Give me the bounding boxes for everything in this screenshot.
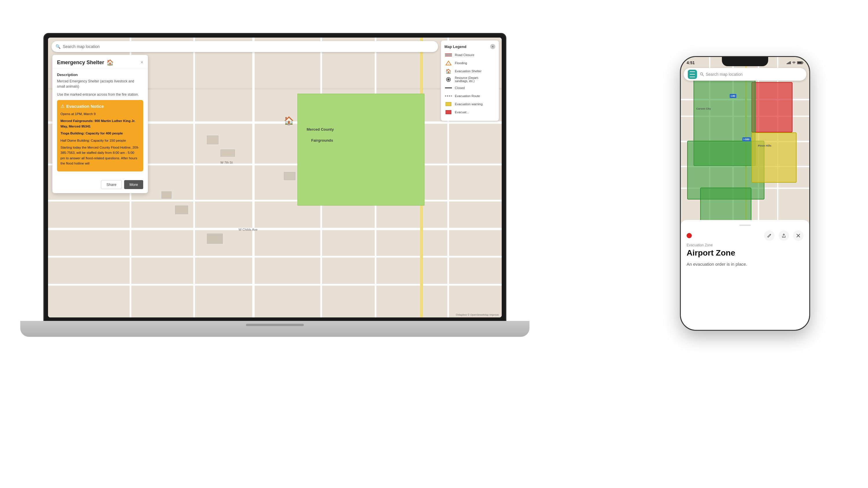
svg-point-6 [447, 78, 450, 80]
laptop-body: Merced County Fairgrounds W Childs Ave W… [43, 33, 506, 322]
search-icon: 🔍 [56, 44, 60, 49]
hamburger-icon [690, 76, 695, 77]
popup-shelter-icon: 🏠 [106, 59, 114, 66]
panel-category: Evacuation Zone [687, 243, 804, 247]
legend-item-shelter: 🏠 Evacuation Shelter [444, 68, 495, 74]
green-zone3 [700, 188, 752, 221]
popup-body: Description Merced Emergency Shelter (ac… [52, 69, 148, 177]
hamburger-icon [690, 74, 695, 74]
legend-item-evac-route: Evacuation Route [444, 93, 495, 99]
menu-button[interactable] [688, 70, 697, 79]
legend-item-evac-warning: Evacuation warning [444, 101, 495, 107]
evac-order-icon [444, 109, 453, 115]
phone-bottom-panel: Evacuation Zone Airport Zone An evacuati… [681, 220, 809, 330]
legend-title: Map Legend × [444, 44, 495, 49]
legend-item-closed: Closed [444, 85, 495, 91]
evac-route-icon [444, 93, 453, 99]
panel-top-row [687, 230, 804, 241]
map-search-bar[interactable]: 🔍 Search map location [52, 41, 438, 52]
svg-line-18 [703, 75, 704, 76]
road-closure-icon [444, 52, 453, 58]
share-button[interactable]: Share [101, 180, 122, 189]
legend-panel: Map Legend × Road Closure [441, 40, 499, 121]
map-label-childs: W Childs Ave [239, 228, 257, 231]
popup-description2: Use the marked entrance across from the … [57, 92, 143, 97]
highway-marker-1: I-80 [730, 94, 737, 98]
laptop-base [20, 321, 529, 337]
phone-body: 4:51 [680, 56, 810, 331]
popup-actions: Share More [52, 177, 148, 193]
edit-button[interactable] [764, 230, 775, 241]
share-icon [781, 233, 786, 238]
svg-rect-15 [803, 62, 804, 63]
map-label-7th: W 7th St [220, 161, 232, 164]
legend-item-resource: Resource (Depart-sandbags, etc.) [444, 76, 495, 83]
more-button[interactable]: More [124, 180, 143, 189]
legend-item-flooding: ! Flooding [444, 60, 495, 66]
notice-header: ⚠ Evacuation Notice [60, 103, 140, 109]
phone-map-label-pinon: Pinon Hills [758, 144, 771, 147]
map-attribution: ©Mapbox © OpenStreetMap Improve [456, 314, 499, 316]
laptop-screen: Merced County Fairgrounds W Childs Ave W… [48, 38, 502, 318]
svg-point-17 [701, 73, 703, 75]
highway-marker-2: I-580 [742, 137, 751, 141]
phone-status-icons [787, 61, 804, 64]
phone: 4:51 [680, 56, 810, 331]
evacuation-notice-box: ⚠ Evacuation Notice Opens at 1PM, March … [57, 100, 143, 171]
zone-dot-red [687, 233, 692, 238]
legend-item-road-closure: Road Closure [444, 52, 495, 58]
svg-rect-13 [790, 61, 791, 64]
notice-title: Evacuation Notice [66, 104, 104, 109]
close-button-phone[interactable] [793, 230, 804, 241]
scene: Merced County Fairgrounds W Childs Ave W… [29, 27, 839, 461]
phone-search-bar[interactable]: Search map location [684, 68, 806, 80]
battery-icon [797, 61, 804, 64]
panel-actions [764, 230, 804, 241]
panel-zone-description: An evacuation order is in place. [687, 261, 804, 268]
legend-item-evac-order: Evacuat... [444, 109, 495, 115]
svg-rect-10 [787, 63, 788, 64]
closed-icon [444, 85, 453, 91]
svg-rect-12 [789, 62, 790, 64]
phone-notch [722, 57, 768, 66]
shelter-marker: 🏠 [284, 116, 294, 126]
map-label-fairgrounds: Merced County [307, 127, 334, 132]
popup-title: Emergency Shelter 🏠 [57, 59, 114, 66]
phone-search-input-label: Search map location [706, 72, 743, 76]
notice-body: Opens at 1PM, March 9 Merced Fairgrounds… [60, 111, 140, 166]
popup-header: Emergency Shelter 🏠 × [52, 55, 148, 69]
search-input-label: Search map location [63, 44, 100, 49]
laptop: Merced County Fairgrounds W Childs Ave W… [43, 33, 506, 351]
share-button-phone[interactable] [779, 230, 789, 241]
phone-screen: 4:51 [681, 57, 809, 330]
evac-warning-icon [444, 101, 453, 107]
yellow-zone [751, 132, 796, 183]
description-label: Description [57, 72, 143, 77]
edit-icon [767, 233, 772, 238]
map-label-fairgrounds2: Fairgrounds [311, 138, 333, 142]
evac-shelter-icon: 🏠 [444, 68, 453, 74]
close-icon [796, 234, 800, 238]
red-zone [751, 82, 793, 132]
legend-close-button[interactable]: × [490, 44, 495, 49]
notice-alert-icon: ⚠ [60, 103, 64, 109]
flooding-icon: ! [444, 60, 453, 66]
phone-search-icon [700, 72, 704, 76]
svg-rect-16 [798, 62, 802, 64]
hamburger-icon [690, 71, 695, 72]
drag-handle[interactable] [739, 225, 751, 226]
svg-text:!: ! [448, 62, 449, 65]
phone-map-label-carson: Carson City [696, 107, 711, 110]
svg-rect-11 [788, 62, 789, 64]
popup-description: Merced Emergency Shelter (accepts livest… [57, 78, 143, 89]
phone-time: 4:51 [687, 60, 695, 65]
popup-card: Emergency Shelter 🏠 × Description Merced… [52, 55, 148, 193]
wifi-icon [792, 61, 796, 64]
resource-icon [444, 76, 453, 83]
svg-rect-9 [787, 63, 787, 64]
panel-zone-name: Airport Zone [687, 248, 804, 258]
popup-close-button[interactable]: × [141, 60, 143, 65]
phone-map: Carson City Harbour Lake Mount Scott Pin… [681, 57, 809, 225]
signal-icon [787, 61, 791, 64]
